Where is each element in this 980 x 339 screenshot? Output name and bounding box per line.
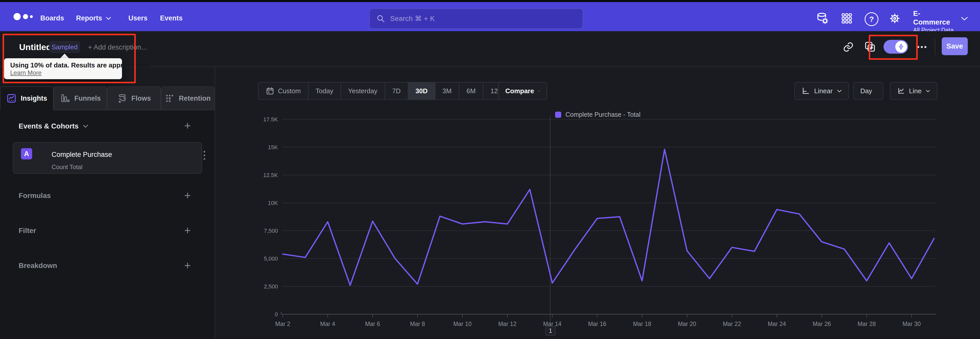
more-options-icon[interactable] [916, 45, 928, 49]
nav-item-events[interactable]: Events [160, 14, 183, 22]
svg-text:Mar 28: Mar 28 [858, 321, 876, 327]
event-metric[interactable]: Count Total [52, 163, 83, 171]
events-cohorts-header[interactable]: Events & Cohorts [19, 122, 88, 130]
report-type-tabs: Insights Funnels Flows Retention [0, 86, 215, 110]
nav-item-boards[interactable]: Boards [40, 14, 64, 22]
line-chart-plot[interactable]: 02,5005,0007,50010K12.5K15K17.5KMar 2Mar… [216, 67, 980, 339]
svg-text:Mar 4: Mar 4 [320, 321, 335, 327]
nav-item-label: Users [128, 14, 148, 22]
sampling-toggle[interactable] [883, 40, 908, 54]
project-chevron-down-icon[interactable] [961, 16, 968, 21]
chevron-down-icon [106, 17, 111, 20]
tab-funnels[interactable]: Funnels [54, 86, 107, 110]
report-title[interactable]: Untitled [19, 42, 52, 52]
help-glyph: ? [869, 15, 874, 24]
chevron-down-icon [83, 125, 88, 128]
funnels-icon [60, 93, 70, 104]
copy-link-icon[interactable] [843, 42, 854, 53]
svg-text:Mar 8: Mar 8 [410, 321, 425, 327]
pagination-label: 1 [549, 327, 552, 334]
save-button[interactable]: Save [942, 37, 968, 55]
search-input[interactable]: Search ⌘ + K [369, 8, 583, 29]
apps-grid-icon[interactable] [841, 13, 853, 24]
add-description-field[interactable]: + Add description... [88, 43, 147, 51]
sampled-badge[interactable]: Sampled [49, 42, 80, 53]
svg-text:Mar 16: Mar 16 [588, 321, 606, 327]
add-filter-button[interactable]: + [184, 225, 191, 236]
svg-text:2,500: 2,500 [264, 283, 278, 290]
flows-icon [117, 93, 127, 104]
nav-item-label: Reports [76, 14, 102, 22]
section-formulas[interactable]: Formulas [19, 192, 51, 200]
add-formula-button[interactable]: + [184, 190, 191, 201]
svg-text:12.5K: 12.5K [263, 172, 278, 178]
svg-text:Mar 2: Mar 2 [275, 321, 290, 327]
svg-text:Mar 26: Mar 26 [813, 321, 831, 327]
add-event-button[interactable]: + [184, 120, 191, 131]
learn-more-link[interactable]: Learn More [10, 69, 116, 77]
titlebar-separator [935, 39, 935, 55]
nav-item-label: Boards [40, 14, 64, 22]
insights-icon [6, 93, 17, 104]
svg-text:17.5K: 17.5K [263, 116, 278, 123]
svg-text:15K: 15K [268, 144, 278, 150]
svg-text:Mar 18: Mar 18 [633, 321, 651, 327]
settings-gear-icon[interactable] [888, 12, 901, 25]
svg-text:5,000: 5,000 [264, 256, 278, 262]
tab-label: Retention [179, 94, 211, 102]
sampling-tooltip: Using 10% of data. Results are approxima… [4, 58, 122, 79]
event-name[interactable]: Complete Purchase [52, 151, 112, 158]
tab-retention[interactable]: Retention [161, 86, 215, 110]
nav-item-reports[interactable]: Reports [76, 14, 111, 22]
tab-insights[interactable]: Insights [0, 86, 54, 110]
event-kebab-menu-icon[interactable] [203, 149, 206, 162]
retention-icon [165, 93, 175, 104]
events-cohorts-label: Events & Cohorts [19, 122, 79, 130]
sampled-badge-label: Sampled [52, 43, 78, 51]
event-card[interactable]: A Complete Purchase Count Total [13, 142, 202, 174]
mixpanel-logo-icon[interactable] [13, 11, 35, 22]
nav-item-users[interactable]: Users [128, 14, 148, 22]
svg-text:Mar 20: Mar 20 [678, 321, 696, 327]
svg-text:Mar 12: Mar 12 [498, 321, 517, 327]
svg-text:Mar 10: Mar 10 [453, 321, 472, 327]
section-breakdown[interactable]: Breakdown [19, 262, 57, 270]
svg-text:Mar 30: Mar 30 [902, 321, 921, 327]
tab-label: Flows [131, 94, 151, 102]
svg-text:Mar 22: Mar 22 [723, 321, 741, 327]
svg-text:Mar 24: Mar 24 [768, 321, 786, 327]
top-nav-bar: Boards Reports Users Events Search ⌘ + K… [0, 2, 980, 31]
tooltip-text: Using 10% of data. Results are approxima… [10, 61, 116, 69]
pagination-page-1[interactable]: 1 [546, 326, 555, 336]
svg-text:Mar 6: Mar 6 [365, 321, 380, 327]
project-selector[interactable]: E-Commerce All Project Data [913, 9, 957, 34]
nav-item-label: Events [160, 14, 183, 22]
save-label: Save [946, 42, 963, 50]
add-breakdown-button[interactable]: + [184, 260, 191, 271]
help-icon[interactable]: ? [865, 12, 878, 26]
event-series-badge: A [21, 148, 32, 160]
tab-flows[interactable]: Flows [107, 86, 161, 110]
data-management-icon[interactable] [816, 12, 829, 25]
section-filter[interactable]: Filter [19, 227, 36, 235]
tab-label: Funnels [74, 94, 101, 102]
svg-text:7,500: 7,500 [264, 228, 278, 234]
duplicate-icon[interactable] [864, 41, 876, 53]
search-placeholder: Search ⌘ + K [390, 14, 435, 23]
search-icon [376, 14, 385, 23]
toggle-knob [895, 41, 907, 53]
project-name: E-Commerce [913, 9, 957, 27]
tooltip-arrow [60, 54, 69, 59]
svg-text:0: 0 [275, 311, 278, 318]
tab-label: Insights [21, 94, 47, 102]
svg-text:10K: 10K [268, 200, 278, 206]
lightning-bolt-icon [898, 43, 904, 50]
sidebar-divider [215, 67, 215, 339]
